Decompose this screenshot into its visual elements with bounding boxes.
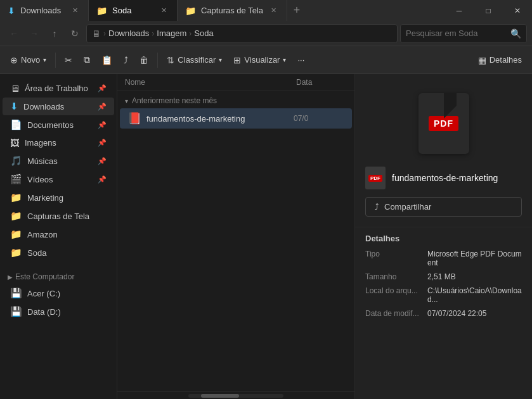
videos-icon: 🎬 [10, 174, 22, 185]
toolbar-right: ▦ Detalhes [473, 52, 527, 68]
file-row-fundamentos[interactable]: 📕 fundamentos-de-marketing 07/0 [120, 108, 352, 129]
acer-icon: 💾 [10, 288, 22, 299]
tab-capturas-label: Capturas de Tela [201, 6, 263, 15]
tab-soda-close[interactable]: ✕ [159, 5, 169, 16]
details-icon: ▦ [478, 55, 486, 65]
view-button[interactable]: ⊞ Visualizar ▾ [228, 52, 291, 68]
tab-downloads[interactable]: ⬇ Downloads ✕ [0, 0, 89, 21]
close-button[interactable]: ✕ [503, 0, 532, 21]
sidebar-item-soda[interactable]: 📁 Soda [3, 244, 114, 262]
file-name-fundamentos: fundamentos-de-marketing [146, 114, 289, 124]
sidebar-item-documentos[interactable]: 📄 Documentos 📌 [3, 116, 114, 134]
more-icon: ··· [297, 55, 304, 65]
sidebar-item-acer[interactable]: 💾 Acer (C:) [3, 284, 114, 302]
desktop-icon: 🖥 [10, 83, 20, 94]
tab-soda-label: Soda [112, 6, 153, 15]
details-section: Detalhes Tipo Microsoft Edge PDF Documen… [355, 234, 532, 323]
sidebar-item-musicas[interactable]: 🎵 Músicas 📌 [3, 152, 114, 170]
copy-button[interactable]: ⧉ [79, 51, 95, 68]
sidebar-label-acer: Acer (C:) [27, 289, 107, 298]
sidebar-label-marketing: Marketing [27, 193, 107, 203]
search-input[interactable] [406, 28, 507, 38]
detail-key-data: Data de modif... [365, 309, 422, 318]
toolbar-sep-1 [55, 53, 56, 68]
paste-button[interactable]: 📋 [96, 52, 117, 68]
tab-downloads-close[interactable]: ✕ [70, 5, 81, 16]
view-label: Visualizar [244, 55, 280, 65]
sidebar-item-amazon[interactable]: 📁 Amazon [3, 225, 114, 243]
breadcrumb-downloads[interactable]: Downloads [108, 28, 149, 38]
pdf-big-icon: PDF [418, 93, 469, 154]
more-button[interactable]: ··· [292, 52, 309, 68]
breadcrumb-imagem[interactable]: Imagem [157, 28, 186, 38]
tab-capturas-close[interactable]: ✕ [268, 5, 279, 16]
sidebar-item-capturas[interactable]: 📁 Capturas de Tela [3, 207, 114, 225]
main-area: 🖥 Área de Trabalho 📌 ⬇ Downloads 📌 📄 Doc… [0, 74, 532, 399]
search-icon: 🔍 [510, 28, 521, 39]
pin-icon-desktop: 📌 [98, 84, 107, 92]
toolbar: ⊕ Novo ▾ ✂ ⧉ 📋 ⤴ 🗑 ⇅ Classificar ▾ ⊞ Vis… [0, 46, 532, 74]
col-date-header: Data [296, 78, 347, 87]
marketing-icon: 📁 [10, 192, 22, 203]
tab-capturas[interactable]: 📁 Capturas de Tela ✕ [178, 0, 287, 21]
maximize-button[interactable]: □ [474, 0, 503, 21]
sidebar-label-videos: Vídeos [27, 175, 93, 184]
nav-refresh-button[interactable]: ↻ [66, 25, 84, 42]
sidebar-label-data: Data (D:) [27, 307, 107, 317]
minimize-button[interactable]: ─ [444, 0, 474, 21]
sort-chevron-icon: ▾ [219, 56, 222, 63]
capturas-icon: 📁 [10, 210, 22, 222]
details-label: Detalhes [490, 55, 522, 65]
sidebar-item-data[interactable]: 💾 Data (D:) [3, 303, 114, 320]
col-name-header: Nome [125, 78, 294, 87]
tab-soda[interactable]: 📁 Soda ✕ [89, 0, 178, 21]
section-este-computador-label: Este Computador [15, 272, 74, 281]
documentos-icon: 📄 [10, 119, 22, 130]
breadcrumb-soda[interactable]: Soda [194, 28, 213, 38]
cut-icon: ✂ [65, 55, 72, 65]
sidebar-label-musicas: Músicas [27, 156, 93, 166]
content-area: Nome Data ▾ Anteriormente neste mês 📕 fu… [117, 74, 354, 399]
nav-back-button[interactable]: ← [5, 25, 23, 42]
sidebar-item-marketing[interactable]: 📁 Marketing [3, 189, 114, 206]
detail-row-tamanho: Tamanho 2,51 MB [365, 272, 522, 281]
section-este-computador[interactable]: ▶ Este Computador [0, 267, 117, 284]
sidebar-item-downloads[interactable]: ⬇ Downloads 📌 [3, 98, 114, 115]
horizontal-scrollbar[interactable] [117, 391, 354, 399]
downloads-icon: ⬇ [10, 101, 18, 112]
tab-downloads-label: Downloads [20, 6, 65, 15]
search-box[interactable]: 🔍 [400, 24, 527, 43]
detail-key-tipo: Tipo [365, 250, 422, 267]
sidebar-label-amazon: Amazon [27, 230, 107, 239]
sidebar-label-capturas: Capturas de Tela [27, 212, 107, 221]
breadcrumb[interactable]: 🖥 › Downloads › Imagem › Soda [86, 24, 398, 43]
musicas-icon: 🎵 [10, 155, 22, 167]
nav-up-button[interactable]: ↑ [46, 25, 63, 42]
preview-name-label: fundamentos-de-marketing [392, 173, 498, 183]
sidebar-item-area-de-trabalho[interactable]: 🖥 Área de Trabalho 📌 [3, 80, 114, 97]
details-button[interactable]: ▦ Detalhes [473, 52, 527, 68]
section-chevron-icon: ▶ [8, 274, 13, 281]
novo-icon: ⊕ [10, 55, 18, 65]
sidebar-label-imagens: Imagens [25, 138, 93, 148]
sidebar-label-soda: Soda [27, 248, 107, 258]
pin-icon-documentos: 📌 [98, 121, 107, 129]
nav-forward-button[interactable]: → [25, 25, 43, 42]
cut-button[interactable]: ✂ [60, 52, 77, 68]
details-title: Detalhes [365, 234, 522, 243]
delete-button[interactable]: 🗑 [134, 52, 153, 68]
sort-button[interactable]: ⇅ Classificar ▾ [162, 52, 227, 68]
addressbar: ← → ↑ ↻ 🖥 › Downloads › Imagem › Soda 🔍 [0, 21, 532, 46]
sidebar-item-imagens[interactable]: 🖼 Imagens 📌 [3, 134, 114, 151]
section-anteriormente[interactable]: ▾ Anteriormente neste mês [117, 91, 354, 108]
details-divider [355, 227, 532, 227]
share-label-preview: Compartilhar [384, 202, 431, 212]
section-anteriormente-label: Anteriormente neste mês [132, 96, 217, 105]
new-tab-button[interactable]: + [287, 0, 306, 21]
novo-button[interactable]: ⊕ Novo ▾ [5, 52, 51, 68]
share-button-preview[interactable]: ⤴ Compartilhar [365, 197, 522, 217]
novo-label: Novo [21, 55, 40, 65]
share-icon-preview: ⤴ [375, 202, 379, 212]
sidebar-item-videos[interactable]: 🎬 Vídeos 📌 [3, 170, 114, 188]
share-button[interactable]: ⤴ [119, 52, 133, 68]
